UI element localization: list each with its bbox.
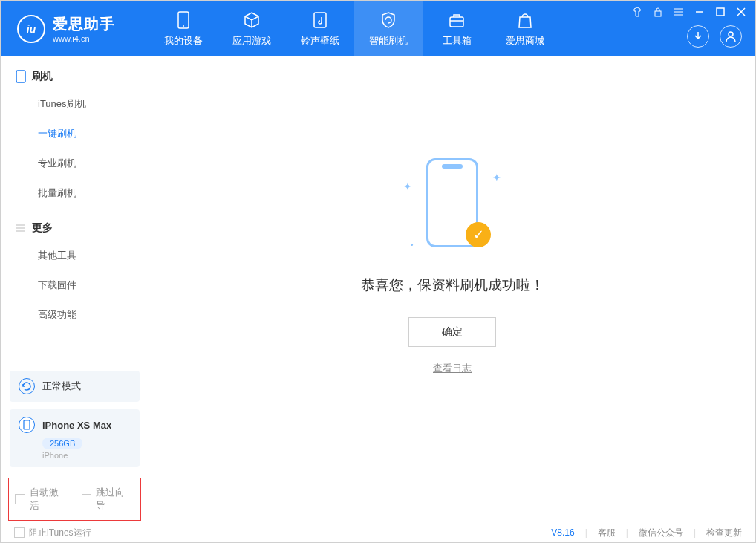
app-title: 爱思助手 bbox=[53, 14, 115, 34]
tab-smart-flash[interactable]: 智能刷机 bbox=[354, 1, 423, 56]
bag-icon bbox=[515, 10, 535, 30]
tab-store[interactable]: 爱思商城 bbox=[491, 1, 559, 56]
nav-tabs: 我的设备 应用游戏 铃声壁纸 智能刷机 工具箱 爱思商城 bbox=[149, 1, 559, 56]
check-circle-icon: ✓ bbox=[466, 222, 491, 247]
sidebar-item-other-tools[interactable]: 其他工具 bbox=[1, 241, 149, 270]
header-bar: iu 爱思助手 www.i4.cn 我的设备 应用游戏 铃声壁纸 智能刷机 工具… bbox=[1, 1, 755, 56]
close-button[interactable] bbox=[734, 5, 748, 19]
cube-icon bbox=[242, 10, 261, 30]
sidebar-section-more: 更多 bbox=[1, 221, 149, 241]
mode-label: 正常模式 bbox=[42, 380, 81, 393]
svg-point-5 bbox=[729, 32, 733, 36]
checkbox-skip-guide[interactable]: 跳过向导 bbox=[82, 486, 135, 513]
device-card[interactable]: iPhone XS Max 256GB iPhone bbox=[10, 409, 140, 467]
checkbox-icon bbox=[82, 494, 92, 504]
tab-my-device[interactable]: 我的设备 bbox=[149, 1, 218, 56]
mode-card[interactable]: 正常模式 bbox=[10, 371, 140, 402]
device-type: iPhone bbox=[42, 451, 131, 460]
view-log-link[interactable]: 查看日志 bbox=[433, 362, 472, 375]
sparkle-icon: ✦ bbox=[403, 181, 412, 192]
ok-button[interactable]: 确定 bbox=[408, 317, 496, 347]
sidebar-item-oneclick-flash[interactable]: 一键刷机 bbox=[1, 119, 149, 149]
sidebar-section-flash: 刷机 bbox=[1, 70, 149, 89]
svg-rect-3 bbox=[314, 13, 326, 27]
tab-apps-games[interactable]: 应用游戏 bbox=[218, 1, 286, 56]
checkbox-label: 自动激活 bbox=[30, 486, 68, 513]
support-link[interactable]: 客服 bbox=[598, 527, 616, 539]
svg-point-2 bbox=[183, 25, 184, 27]
sidebar-item-batch-flash[interactable]: 批量刷机 bbox=[1, 178, 149, 208]
svg-rect-4 bbox=[450, 17, 463, 27]
download-button[interactable] bbox=[687, 25, 709, 48]
svg-rect-11 bbox=[717, 8, 724, 16]
svg-rect-18 bbox=[24, 420, 30, 429]
shirt-icon[interactable] bbox=[630, 5, 644, 19]
menu-icon[interactable] bbox=[672, 5, 685, 19]
maximize-button[interactable] bbox=[714, 5, 727, 19]
logo-area: iu 爱思助手 www.i4.cn bbox=[1, 14, 149, 43]
tab-ringtones[interactable]: 铃声壁纸 bbox=[286, 1, 354, 56]
section-title: 刷机 bbox=[32, 70, 53, 83]
svg-rect-6 bbox=[655, 11, 661, 16]
phone-icon bbox=[174, 10, 193, 30]
sidebar-item-itunes-flash[interactable]: iTunes刷机 bbox=[1, 89, 149, 119]
sparkle-icon: • bbox=[411, 241, 414, 249]
tab-label: 铃声壁纸 bbox=[301, 34, 339, 48]
svg-rect-14 bbox=[16, 71, 25, 82]
check-update-link[interactable]: 检查更新 bbox=[706, 527, 742, 539]
success-illustration: ✦ ✦ • ✓ bbox=[408, 158, 497, 255]
list-icon bbox=[16, 224, 26, 233]
checkbox-label: 阻止iTunes运行 bbox=[29, 527, 91, 539]
minimize-button[interactable] bbox=[693, 5, 706, 19]
tab-label: 应用游戏 bbox=[232, 34, 271, 48]
app-subtitle: www.i4.cn bbox=[53, 34, 115, 43]
checkbox-block-itunes[interactable]: 阻止iTunes运行 bbox=[14, 527, 91, 539]
checkbox-auto-activate[interactable]: 自动激活 bbox=[15, 486, 68, 513]
shield-refresh-icon bbox=[379, 10, 398, 30]
sidebar: 刷机 iTunes刷机 一键刷机 专业刷机 批量刷机 更多 其他工具 下载固件 … bbox=[1, 56, 149, 521]
version-label: V8.16 bbox=[551, 527, 574, 538]
user-button[interactable] bbox=[720, 25, 742, 48]
checkbox-icon bbox=[14, 527, 25, 538]
device-phone-icon bbox=[19, 417, 35, 433]
section-title: 更多 bbox=[32, 221, 53, 235]
tab-label: 我的设备 bbox=[164, 34, 203, 48]
tab-label: 工具箱 bbox=[443, 34, 472, 48]
toolbox-icon bbox=[447, 10, 466, 30]
sidebar-item-download-firmware[interactable]: 下载固件 bbox=[1, 270, 149, 300]
lock-icon[interactable] bbox=[651, 5, 665, 19]
success-message: 恭喜您，保资料刷机成功啦！ bbox=[361, 276, 544, 295]
wechat-link[interactable]: 微信公众号 bbox=[639, 527, 683, 539]
checkbox-icon bbox=[15, 494, 25, 504]
checkbox-label: 跳过向导 bbox=[96, 486, 134, 513]
phone-icon bbox=[16, 70, 26, 83]
device-name: iPhone XS Max bbox=[42, 420, 111, 431]
music-file-icon bbox=[310, 10, 330, 30]
tab-label: 爱思商城 bbox=[506, 34, 544, 48]
sidebar-item-advanced[interactable]: 高级功能 bbox=[1, 300, 149, 330]
logo-icon: iu bbox=[17, 15, 45, 43]
tab-label: 智能刷机 bbox=[369, 34, 408, 48]
main-content: ✦ ✦ • ✓ 恭喜您，保资料刷机成功啦！ 确定 查看日志 bbox=[149, 56, 755, 521]
refresh-icon bbox=[19, 378, 35, 394]
footer-bar: 阻止iTunes运行 V8.16 | 客服 | 微信公众号 | 检查更新 bbox=[1, 521, 755, 543]
sparkle-icon: ✦ bbox=[492, 172, 501, 183]
storage-badge: 256GB bbox=[42, 438, 82, 449]
sidebar-item-pro-flash[interactable]: 专业刷机 bbox=[1, 149, 149, 178]
highlighted-options: 自动激活 跳过向导 bbox=[8, 478, 141, 521]
svg-text:iu: iu bbox=[27, 23, 36, 35]
tab-toolbox[interactable]: 工具箱 bbox=[423, 1, 491, 56]
